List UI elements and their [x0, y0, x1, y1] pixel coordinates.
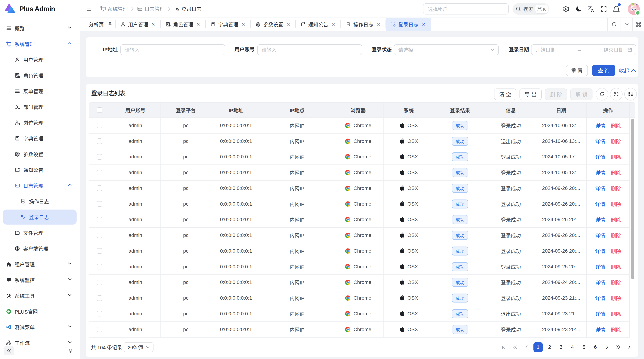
svg-text:A: A — [591, 8, 594, 12]
svg-text:DEV: DEV — [16, 185, 19, 187]
svg-text:DEV: DEV — [138, 8, 142, 10]
